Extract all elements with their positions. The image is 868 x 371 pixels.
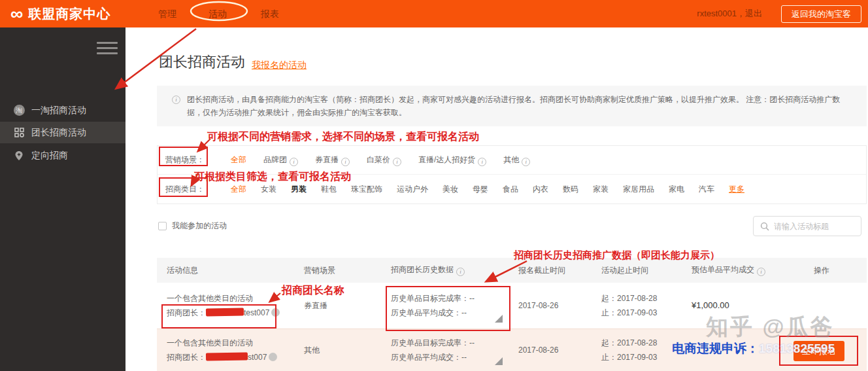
activity-title: 一个包含其他类目的活动 (167, 291, 297, 306)
category-option[interactable]: 运动户外 (397, 184, 428, 195)
hamburger-menu-icon[interactable] (97, 39, 118, 58)
user-session: rxtest0001，退出 (697, 0, 762, 27)
scene-option-live-talent[interactable]: 直播/达人招好货 (418, 154, 486, 166)
category-option[interactable]: 珠宝配饰 (351, 184, 382, 195)
leader-line: 招商团长：test007 (167, 306, 297, 320)
activity-title: 一个包含其他类目的活动 (167, 336, 297, 350)
category-option[interactable]: 家装 (593, 184, 609, 195)
col-actions: 操作 (814, 265, 867, 276)
redaction-scribble (206, 308, 244, 316)
table-header: 活动信息 营销场景 招商团长历史数据 报名截止时间 活动起止时间 预估单品平均成… (157, 258, 867, 283)
leader-badge-icon[interactable] (271, 308, 280, 317)
scene-option-other[interactable]: 其他 (503, 154, 530, 166)
expand-corner-icon[interactable] (495, 315, 503, 323)
table-row: 一个包含其他类目的活动 招商团长：st007 其他 历史单品目标完成率：-- 历… (157, 328, 867, 371)
annotation-scene-hint: 可根据不同的营销需求，选择不同的场景，查看可报名活动 (207, 130, 479, 144)
col-scene: 营销场景 (297, 265, 386, 276)
category-option[interactable]: 汽车 (699, 184, 714, 195)
apply-now-button[interactable]: 立即报名 (793, 341, 844, 361)
info-icon (172, 96, 180, 104)
deadline-cell: 2017-08-26 (513, 283, 598, 328)
redaction-scribble (206, 352, 248, 361)
info-icon[interactable] (522, 158, 530, 166)
annotation-leader-name: 招商团长名称 (282, 284, 344, 298)
est-avg-cell: ¥1,000.00 (680, 283, 814, 328)
category-option[interactable]: 女装 (261, 184, 276, 195)
logo-title: 联盟商家中心 (28, 5, 110, 23)
dates-cell: 起：2017-08-28 止：2017-09-03 (598, 283, 680, 328)
sidebar-item-etao-activity[interactable]: 一淘招商活动 (0, 99, 125, 121)
activity-info-cell: 一个包含其他类目的活动 招商团长：st007 (167, 329, 297, 371)
nav-activity[interactable]: 活动 (209, 0, 227, 27)
info-icon[interactable] (290, 158, 298, 166)
category-option[interactable]: 美妆 (442, 184, 458, 195)
category-filter-label: 招商类目： (165, 184, 231, 195)
activity-search (753, 216, 861, 236)
table-row: 一个包含其他类目的活动 招商团长：test007 券直播 历史单品目标完成率：-… (157, 283, 867, 328)
alimama-logo[interactable]: ∞ 联盟商家中心 (10, 0, 110, 27)
category-option[interactable]: 内衣 (533, 184, 548, 195)
search-icon (760, 222, 769, 231)
info-icon[interactable] (478, 158, 486, 166)
category-option[interactable]: 数码 (563, 184, 578, 195)
history-cell: 历史单品目标完成率：-- 历史单品平均成交：-- (386, 283, 513, 328)
sidebar-item-targeted-merchants[interactable]: 定向招商 (0, 145, 125, 166)
info-icon[interactable] (341, 158, 350, 166)
sidebar: 一淘招商活动 团长招商活动 定向招商 (0, 27, 125, 371)
info-notice: 团长招商活动，由具备招商能力的淘宝客（简称：招商团长）发起，商家可对感兴趣的活动… (157, 86, 867, 126)
dates-cell: 起：2017-08-28 止：2017-09-03 (598, 329, 680, 371)
col-leader-history: 招商团长历史数据 (386, 264, 513, 276)
nav-manage[interactable]: 管理 (158, 0, 176, 27)
username: rxtest0001 (697, 9, 737, 18)
leader-name: test007 (244, 308, 269, 317)
annotation-history-hint: 招商团长历史招商推广数据（即团长能力展示） (514, 249, 720, 262)
category-option-more[interactable]: 更多 (729, 184, 744, 195)
sidebar-item-leader-activity[interactable]: 团长招商活动 (0, 122, 125, 143)
info-icon[interactable] (757, 268, 765, 276)
leader-line: 招商团长：st007 (167, 350, 297, 364)
tao-icon (13, 105, 25, 116)
my-joinable-filter[interactable]: 我能参加的活动 (158, 221, 227, 232)
scene-option-all[interactable]: 全部 (231, 154, 246, 166)
col-deadline: 报名截止时间 (513, 265, 598, 276)
info-icon[interactable] (393, 158, 401, 166)
scene-option-coupon-live[interactable]: 券直播 (315, 154, 350, 166)
leader-name: st007 (248, 353, 267, 362)
category-option[interactable]: 母婴 (473, 184, 488, 195)
checkbox[interactable] (158, 222, 167, 230)
info-icon[interactable] (456, 268, 465, 276)
expand-corner-icon[interactable] (495, 357, 503, 365)
activity-info-cell: 一个包含其他类目的活动 招商团长：test007 (167, 283, 297, 328)
page-title: 团长招商活动 (159, 52, 245, 72)
search-input[interactable] (774, 222, 852, 231)
checkbox-label: 我能参加的活动 (172, 221, 227, 232)
category-option[interactable]: 鞋包 (321, 184, 337, 195)
deadline-cell: 2017-08-26 (513, 329, 598, 371)
scene-option-brand[interactable]: 品牌团 (263, 154, 298, 166)
col-est-avg: 预估单品平均成交 (680, 264, 814, 276)
scene-filter-label: 营销场景： (165, 154, 231, 166)
logout-link[interactable]: 退出 (745, 9, 762, 18)
category-option[interactable]: 家电 (669, 184, 684, 195)
col-activity-dates: 活动起止时间 (598, 265, 680, 276)
scene-cell: 其他 (297, 329, 386, 371)
nav-report[interactable]: 报表 (261, 0, 279, 27)
col-activity-info: 活动信息 (167, 265, 297, 276)
category-option[interactable]: 全部 (231, 184, 246, 195)
back-to-taobaoke-button[interactable]: 返回我的淘宝客 (781, 5, 861, 23)
top-header-bar: ∞ 联盟商家中心 管理 活动 报表 rxtest0001，退出 返回我的淘宝客 (0, 0, 868, 27)
history-cell: 历史单品目标完成率：-- 历史单品平均成交：-- (386, 329, 513, 371)
category-option[interactable]: 食品 (503, 184, 518, 195)
scene-option-cheap[interactable]: 白菜价 (367, 154, 401, 166)
actions-cell (814, 283, 867, 328)
category-option[interactable]: 男装 (291, 184, 307, 195)
grid-icon (13, 127, 25, 139)
alimama-logo-icon: ∞ (10, 1, 23, 27)
annotation-category-hint: 可根据类目筛选，查看可报名活动 (194, 170, 351, 184)
category-option[interactable]: 家居用品 (623, 184, 654, 195)
leader-badge-icon[interactable] (269, 353, 277, 361)
my-applied-activities-link[interactable]: 我报名的活动 (252, 60, 307, 71)
location-pin-icon (13, 150, 25, 162)
